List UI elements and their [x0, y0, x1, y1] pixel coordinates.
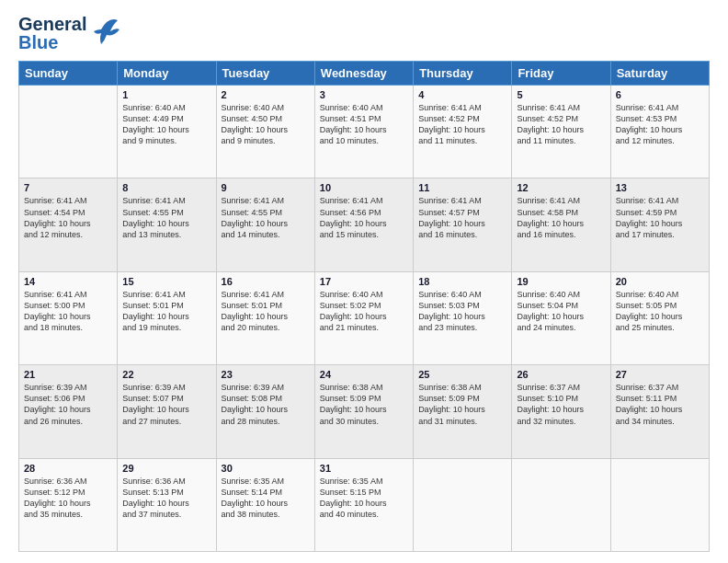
day-cell: 10Sunrise: 6:41 AM Sunset: 4:56 PM Dayli…: [314, 178, 413, 271]
weekday-header-saturday: Saturday: [610, 62, 709, 86]
day-number: 19: [517, 276, 605, 287]
day-cell: 11Sunrise: 6:41 AM Sunset: 4:57 PM Dayli…: [414, 178, 512, 271]
day-number: 2: [222, 89, 310, 100]
day-cell: 25Sunrise: 6:38 AM Sunset: 5:09 PM Dayli…: [414, 365, 512, 458]
day-info: Sunrise: 6:36 AM Sunset: 5:13 PM Dayligh…: [122, 476, 210, 521]
day-number: 16: [222, 276, 310, 287]
logo: General Blue: [18, 15, 119, 52]
day-cell: 2Sunrise: 6:40 AM Sunset: 4:50 PM Daylig…: [216, 86, 314, 178]
day-info: Sunrise: 6:40 AM Sunset: 5:03 PM Dayligh…: [418, 289, 506, 334]
day-cell: 18Sunrise: 6:40 AM Sunset: 5:03 PM Dayli…: [414, 271, 512, 364]
day-number: 15: [122, 276, 210, 287]
day-cell: 28Sunrise: 6:36 AM Sunset: 5:12 PM Dayli…: [19, 458, 118, 551]
day-info: Sunrise: 6:38 AM Sunset: 5:09 PM Dayligh…: [320, 382, 408, 427]
day-cell: 22Sunrise: 6:39 AM Sunset: 5:07 PM Dayli…: [118, 365, 216, 458]
day-cell: 24Sunrise: 6:38 AM Sunset: 5:09 PM Dayli…: [314, 365, 413, 458]
day-cell: 15Sunrise: 6:41 AM Sunset: 5:01 PM Dayli…: [118, 271, 216, 364]
day-info: Sunrise: 6:41 AM Sunset: 4:58 PM Dayligh…: [517, 195, 605, 240]
weekday-header-sunday: Sunday: [19, 62, 118, 86]
day-cell: 16Sunrise: 6:41 AM Sunset: 5:01 PM Dayli…: [216, 271, 314, 364]
week-row-5: 28Sunrise: 6:36 AM Sunset: 5:12 PM Dayli…: [19, 458, 710, 551]
day-info: Sunrise: 6:40 AM Sunset: 5:05 PM Dayligh…: [616, 289, 704, 334]
day-number: 30: [222, 463, 310, 474]
day-number: 5: [517, 89, 605, 100]
day-number: 9: [222, 182, 310, 193]
day-info: Sunrise: 6:36 AM Sunset: 5:12 PM Dayligh…: [24, 476, 112, 521]
day-number: 13: [616, 182, 704, 193]
day-info: Sunrise: 6:41 AM Sunset: 4:59 PM Dayligh…: [616, 195, 704, 240]
day-cell: [19, 86, 118, 178]
day-cell: 3Sunrise: 6:40 AM Sunset: 4:51 PM Daylig…: [314, 86, 413, 178]
day-number: 12: [517, 182, 605, 193]
day-info: Sunrise: 6:37 AM Sunset: 5:11 PM Dayligh…: [616, 382, 704, 427]
header: General Blue: [18, 15, 710, 52]
day-info: Sunrise: 6:41 AM Sunset: 4:55 PM Dayligh…: [122, 195, 210, 240]
weekday-header-row: SundayMondayTuesdayWednesdayThursdayFrid…: [19, 62, 710, 86]
week-row-1: 1Sunrise: 6:40 AM Sunset: 4:49 PM Daylig…: [19, 86, 710, 178]
day-number: 3: [320, 89, 408, 100]
day-info: Sunrise: 6:39 AM Sunset: 5:06 PM Dayligh…: [24, 382, 112, 427]
day-cell: 13Sunrise: 6:41 AM Sunset: 4:59 PM Dayli…: [610, 178, 709, 271]
day-cell: 21Sunrise: 6:39 AM Sunset: 5:06 PM Dayli…: [19, 365, 118, 458]
day-number: 10: [320, 182, 408, 193]
day-cell: 8Sunrise: 6:41 AM Sunset: 4:55 PM Daylig…: [118, 178, 216, 271]
day-number: 28: [24, 463, 112, 474]
logo-blue: Blue: [18, 33, 86, 52]
day-number: 21: [24, 369, 112, 380]
page: General Blue SundayMondayTuesdayWednesda…: [0, 0, 728, 563]
day-cell: 31Sunrise: 6:35 AM Sunset: 5:15 PM Dayli…: [314, 458, 413, 551]
day-number: 7: [24, 182, 112, 193]
day-info: Sunrise: 6:37 AM Sunset: 5:10 PM Dayligh…: [517, 382, 605, 427]
day-number: 4: [418, 89, 506, 100]
day-number: 27: [616, 369, 704, 380]
day-number: 26: [517, 369, 605, 380]
calendar-table: SundayMondayTuesdayWednesdayThursdayFrid…: [18, 61, 710, 552]
day-cell: 14Sunrise: 6:41 AM Sunset: 5:00 PM Dayli…: [19, 271, 118, 364]
day-cell: [512, 458, 610, 551]
day-cell: 30Sunrise: 6:35 AM Sunset: 5:14 PM Dayli…: [216, 458, 314, 551]
weekday-header-friday: Friday: [512, 62, 610, 86]
day-info: Sunrise: 6:41 AM Sunset: 4:57 PM Dayligh…: [418, 195, 506, 240]
week-row-3: 14Sunrise: 6:41 AM Sunset: 5:00 PM Dayli…: [19, 271, 710, 364]
day-number: 20: [616, 276, 704, 287]
day-info: Sunrise: 6:41 AM Sunset: 4:52 PM Dayligh…: [418, 102, 506, 147]
day-cell: 23Sunrise: 6:39 AM Sunset: 5:08 PM Dayli…: [216, 365, 314, 458]
day-info: Sunrise: 6:41 AM Sunset: 4:53 PM Dayligh…: [616, 102, 704, 147]
day-cell: 12Sunrise: 6:41 AM Sunset: 4:58 PM Dayli…: [512, 178, 610, 271]
day-number: 8: [122, 182, 210, 193]
day-number: 11: [418, 182, 506, 193]
day-number: 14: [24, 276, 112, 287]
day-cell: [610, 458, 709, 551]
day-info: Sunrise: 6:38 AM Sunset: 5:09 PM Dayligh…: [418, 382, 506, 427]
day-number: 29: [122, 463, 210, 474]
day-cell: [414, 458, 512, 551]
day-info: Sunrise: 6:40 AM Sunset: 5:02 PM Dayligh…: [320, 289, 408, 334]
day-info: Sunrise: 6:41 AM Sunset: 5:00 PM Dayligh…: [24, 289, 112, 334]
day-info: Sunrise: 6:35 AM Sunset: 5:14 PM Dayligh…: [222, 476, 310, 521]
day-cell: 29Sunrise: 6:36 AM Sunset: 5:13 PM Dayli…: [118, 458, 216, 551]
day-info: Sunrise: 6:39 AM Sunset: 5:07 PM Dayligh…: [122, 382, 210, 427]
week-row-4: 21Sunrise: 6:39 AM Sunset: 5:06 PM Dayli…: [19, 365, 710, 458]
day-cell: 1Sunrise: 6:40 AM Sunset: 4:49 PM Daylig…: [118, 86, 216, 178]
day-cell: 5Sunrise: 6:41 AM Sunset: 4:52 PM Daylig…: [512, 86, 610, 178]
day-cell: 7Sunrise: 6:41 AM Sunset: 4:54 PM Daylig…: [19, 178, 118, 271]
day-info: Sunrise: 6:40 AM Sunset: 4:50 PM Dayligh…: [222, 102, 310, 147]
day-info: Sunrise: 6:40 AM Sunset: 5:04 PM Dayligh…: [517, 289, 605, 334]
logo-general: General: [18, 15, 86, 33]
day-number: 1: [122, 89, 210, 100]
day-info: Sunrise: 6:41 AM Sunset: 4:55 PM Dayligh…: [222, 195, 310, 240]
day-info: Sunrise: 6:35 AM Sunset: 5:15 PM Dayligh…: [320, 476, 408, 521]
day-cell: 6Sunrise: 6:41 AM Sunset: 4:53 PM Daylig…: [610, 86, 709, 178]
weekday-header-tuesday: Tuesday: [216, 62, 314, 86]
day-info: Sunrise: 6:40 AM Sunset: 4:49 PM Dayligh…: [122, 102, 210, 147]
day-cell: 19Sunrise: 6:40 AM Sunset: 5:04 PM Dayli…: [512, 271, 610, 364]
logo-bird-icon: [92, 13, 119, 50]
day-info: Sunrise: 6:41 AM Sunset: 4:54 PM Dayligh…: [24, 195, 112, 240]
day-info: Sunrise: 6:41 AM Sunset: 4:52 PM Dayligh…: [517, 102, 605, 147]
day-cell: 4Sunrise: 6:41 AM Sunset: 4:52 PM Daylig…: [414, 86, 512, 178]
day-info: Sunrise: 6:39 AM Sunset: 5:08 PM Dayligh…: [222, 382, 310, 427]
week-row-2: 7Sunrise: 6:41 AM Sunset: 4:54 PM Daylig…: [19, 178, 710, 271]
day-info: Sunrise: 6:41 AM Sunset: 5:01 PM Dayligh…: [122, 289, 210, 334]
day-number: 17: [320, 276, 408, 287]
day-cell: 17Sunrise: 6:40 AM Sunset: 5:02 PM Dayli…: [314, 271, 413, 364]
